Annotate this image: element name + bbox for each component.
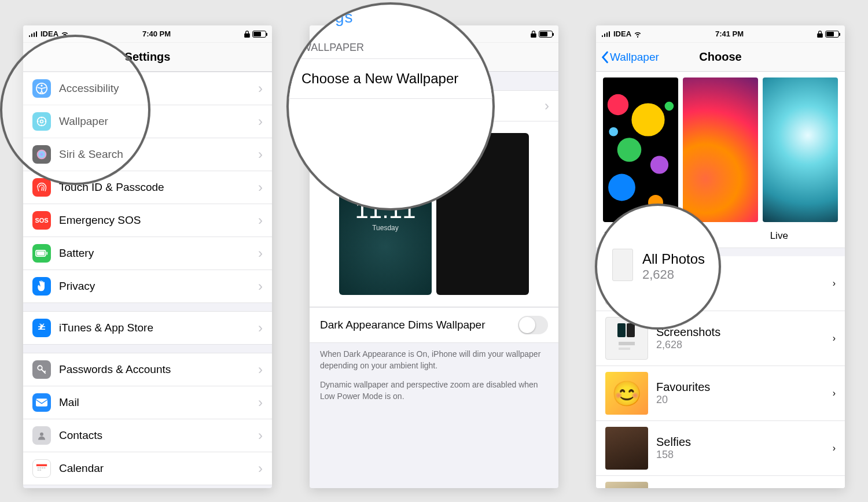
album-count: 20: [656, 394, 825, 406]
album-selfies[interactable]: Selfies 158 ›: [596, 421, 845, 476]
svg-rect-21: [38, 470, 39, 471]
chevron-right-icon: ›: [833, 388, 836, 398]
chevron-right-icon: ›: [258, 394, 263, 411]
svg-rect-37: [627, 323, 635, 337]
settings-row-wallpaper[interactable]: Wallpaper ›: [23, 105, 272, 138]
key-icon: [32, 360, 51, 379]
siri-icon: [32, 145, 51, 164]
carrier-label: IDEA: [613, 29, 631, 38]
chevron-right-icon: ›: [258, 320, 263, 336]
battery-icon: [825, 31, 839, 38]
settings-row-privacy[interactable]: Privacy ›: [23, 270, 272, 303]
svg-rect-15: [36, 464, 47, 467]
chevron-right-icon: ›: [545, 98, 549, 114]
dark-dims-switch[interactable]: [518, 316, 548, 334]
chevron-right-icon: ›: [258, 80, 263, 97]
row-label: Choose a New Wallpaper: [319, 99, 545, 112]
row-label: Accessibility: [59, 82, 258, 95]
rotation-lock-icon: [244, 31, 250, 38]
row-label: Touch ID & Passcode: [59, 181, 258, 194]
row-label: Privacy: [59, 280, 258, 293]
svg-point-6: [41, 124, 43, 126]
wallpaper-preview: 11:11 Tuesday: [310, 121, 558, 307]
album-name: Favourites: [656, 381, 825, 394]
settings-row-calendar[interactable]: Calendar ›: [23, 452, 272, 485]
touchid-icon: [32, 178, 51, 197]
footer-text-2: Dynamic wallpaper and perspective zoom a…: [310, 377, 558, 408]
carrier-label: IDEA: [327, 29, 345, 38]
chevron-right-icon: ›: [258, 146, 263, 163]
svg-point-1: [41, 84, 42, 86]
svg-rect-19: [42, 467, 43, 468]
category-dynamic[interactable]: [603, 77, 678, 222]
category-live[interactable]: [763, 77, 838, 222]
calendar-icon: [32, 459, 51, 478]
svg-point-30: [609, 127, 618, 136]
homescreen-preview[interactable]: [436, 133, 529, 295]
svg-point-8: [37, 150, 47, 160]
settings-row-battery[interactable]: Battery ›: [23, 237, 272, 270]
wifi-icon: [634, 30, 642, 38]
toggle-label: Dark Appearance Dims Wallpaper: [320, 319, 485, 331]
svg-rect-35: [619, 293, 630, 295]
settings-row-appstore[interactable]: iTunes & App Store ›: [23, 311, 272, 345]
album-screenshots[interactable]: Screenshots 2,628 ›: [596, 311, 845, 366]
svg-point-2: [38, 117, 46, 126]
back-button[interactable]: Settings: [314, 43, 363, 71]
row-label: iTunes & App Store: [59, 322, 258, 334]
battery-icon: [539, 31, 553, 38]
wallpaper-icon: [32, 112, 51, 131]
album-favourites[interactable]: 😊 Favourites 20 ›: [596, 366, 845, 421]
signal-icon: [29, 31, 38, 37]
settings-row-passwords[interactable]: Passwords & Accounts ›: [23, 353, 272, 386]
row-label: Emergency SOS: [59, 214, 258, 227]
lockscreen-preview[interactable]: 11:11 Tuesday: [339, 133, 432, 295]
svg-rect-11: [37, 252, 45, 256]
settings-row-mail[interactable]: Mail ›: [23, 386, 272, 419]
album-thumb: [605, 427, 648, 470]
settings-row-contacts[interactable]: Contacts ›: [23, 419, 272, 452]
svg-point-24: [608, 94, 628, 115]
clock: 7:40 PM: [429, 29, 457, 38]
accessibility-icon: [32, 79, 51, 98]
chevron-right-icon: ›: [258, 245, 263, 261]
svg-point-29: [648, 195, 663, 210]
album-all-photos[interactable]: All Photos 2,628 ›: [596, 256, 845, 311]
row-label: Battery: [59, 247, 258, 260]
album-count: 2,628: [656, 284, 825, 296]
clock: 7:40 PM: [142, 29, 171, 38]
album-count: 2,628: [656, 339, 825, 351]
settings-row-accessibility[interactable]: Accessibility ›: [23, 72, 272, 105]
album-live-photos[interactable]: Live Photos ›: [596, 476, 845, 488]
album-thumb: 😊: [605, 372, 648, 415]
chevron-right-icon: ›: [258, 113, 263, 130]
svg-rect-10: [46, 252, 47, 254]
svg-point-3: [41, 120, 43, 123]
nav-bar: Settings: [23, 43, 272, 72]
status-bar: IDEA 7:41 PM: [596, 25, 845, 43]
settings-row-passcode[interactable]: Touch ID & Passcode ›: [23, 171, 272, 204]
chevron-right-icon: ›: [258, 179, 263, 195]
category-labels: Dynamic Stills Live: [596, 228, 845, 248]
phone-wallpaper: IDEA 7:40 PM Settings Wallpaper WALLPAPE…: [310, 25, 558, 488]
svg-point-31: [665, 102, 674, 111]
svg-rect-36: [617, 323, 626, 337]
category-stills[interactable]: [683, 77, 758, 222]
album-thumb: [605, 317, 648, 360]
chevron-right-icon: ›: [258, 361, 263, 378]
back-button[interactable]: Wallpaper: [601, 43, 659, 71]
status-bar: IDEA 7:40 PM: [23, 25, 272, 43]
svg-point-4: [41, 117, 43, 119]
appstore-icon: [32, 319, 51, 337]
back-label: Settings: [323, 51, 363, 64]
nav-bar: Settings Wallpaper: [310, 43, 558, 72]
dark-dims-toggle-row: Dark Appearance Dims Wallpaper: [310, 307, 558, 343]
settings-row-siri[interactable]: Siri & Search ›: [23, 138, 272, 171]
row-label: Calendar: [59, 462, 258, 475]
choose-wallpaper-row[interactable]: Choose a New Wallpaper ›: [310, 90, 558, 121]
svg-rect-17: [38, 467, 39, 468]
settings-row-sos[interactable]: SOS Emergency SOS ›: [23, 204, 272, 237]
nav-title: Choose: [699, 50, 741, 64]
svg-rect-39: [619, 348, 630, 350]
phone-choose: IDEA 7:41 PM Wallpaper Choose Dynamic: [596, 25, 845, 488]
